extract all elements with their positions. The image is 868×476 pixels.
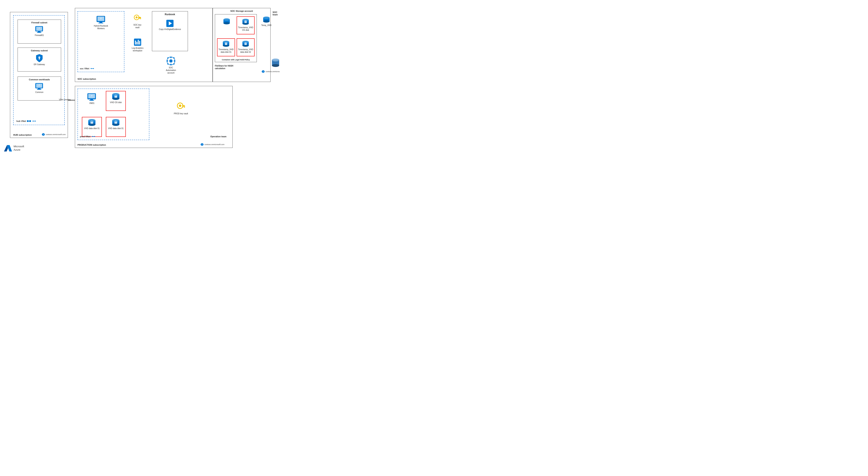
svg-rect-59: [167, 63, 169, 65]
svg-rect-4: [38, 31, 40, 32]
svg-point-40: [135, 17, 137, 19]
common-computer-icon: [35, 83, 44, 90]
svg-marker-25: [32, 120, 33, 122]
prod-key-vault-label: PROD key vault: [174, 112, 188, 115]
diagram-container: Firewall subnet Firewall01: [0, 0, 280, 156]
svg-rect-75: [244, 43, 247, 45]
svg-rect-95: [89, 100, 94, 101]
vhd-os-icon: [112, 93, 120, 100]
svg-point-83: [263, 17, 270, 19]
svg-point-112: [112, 119, 119, 122]
soc-tenant-badge: A contoso.onmicrosoft.com: [261, 70, 280, 73]
svg-point-102: [112, 93, 119, 96]
timestamp-data01-box: Timestamp_VHDdata disk 01: [217, 38, 235, 56]
firewall-subnet-label: Firewall subnet: [31, 21, 47, 24]
hub-tenant-icon: A: [42, 133, 45, 136]
soc-vnet-label: soc VNet: [80, 67, 94, 70]
vnet-peering-label: VNet peering: [59, 98, 70, 101]
svg-rect-55: [166, 60, 168, 62]
svg-point-52: [169, 59, 173, 63]
production-subscription-box: VM01 VHD OS disk: [75, 86, 232, 148]
runbook-icon: [166, 19, 174, 27]
azure-logo-icon: [4, 145, 12, 152]
temp-vhd-label: Temp_VHD: [261, 24, 271, 27]
svg-rect-57: [167, 57, 169, 59]
svg-rect-58: [173, 57, 175, 59]
copy-function-label: Copy-VmDigitalEvidence: [159, 28, 181, 31]
svg-rect-120: [184, 106, 185, 108]
soc-team-storage-icon: [271, 58, 280, 68]
svg-rect-46: [136, 42, 137, 44]
svg-rect-32: [98, 23, 103, 23]
svg-rect-103: [115, 96, 117, 98]
timestamp-data02-box: Timestamp_VHDdata disk 02: [237, 38, 255, 56]
temp-vhd-icon: [262, 16, 270, 23]
hybrid-runbook-label: Hybrid RunbookWorkers: [94, 25, 108, 30]
hub-vnet-icon: [27, 119, 31, 123]
svg-rect-19: [29, 120, 31, 122]
timestamp-data01-label: Timestamp_VHDdata disk 01: [218, 48, 234, 53]
soc-vnet-arrows-icon: [90, 67, 94, 70]
plain-disk-icon: [223, 18, 230, 25]
prod-vnet-arrows-icon: [91, 135, 96, 138]
fileshare-label: FileShare for HASHcalculation: [215, 64, 235, 70]
gateway-subnet-label: Gateway subnet: [31, 49, 48, 52]
soc-vnet-box: Hybrid RunbookWorkers soc VNet: [78, 11, 124, 72]
hub-vnet-box: Firewall subnet Firewall01: [13, 15, 65, 125]
legal-hold-container-box: Container with Legal Hold Policy Timesta…: [215, 14, 257, 62]
svg-marker-37: [93, 68, 94, 69]
soc-key-vault-icon: [133, 14, 142, 23]
timestamp-data01-icon: [222, 40, 230, 48]
prod-key-vault-icon: [177, 102, 185, 112]
svg-rect-5: [37, 32, 41, 33]
operation-team-label: Operation team: [210, 135, 226, 138]
svg-rect-18: [27, 120, 29, 122]
svg-rect-54: [170, 64, 172, 65]
svg-rect-113: [115, 122, 117, 124]
vhd-data01-label: VHD data disk 01: [84, 127, 100, 130]
svg-marker-38: [90, 68, 91, 69]
svg-rect-10: [39, 58, 40, 60]
vhd-os-label: VHD OS disk: [110, 101, 122, 104]
svg-point-64: [242, 19, 249, 21]
timestamp-data02-label: Timestamp_VHDdata disk 02: [238, 48, 253, 53]
svg-rect-14: [37, 89, 41, 90]
svg-rect-45: [135, 40, 136, 44]
svg-marker-116: [92, 136, 93, 137]
azure-branding: Microsoft Azure: [4, 145, 24, 152]
soc-key-vault-item: SOC keyvault: [129, 14, 145, 29]
firewall-computer-icon: [35, 26, 44, 33]
soc-subscription-box: Hybrid RunbookWorkers soc VNet: [75, 8, 213, 82]
svg-rect-47: [138, 40, 139, 44]
common-item-label: Common: [35, 91, 43, 93]
svg-text:A: A: [43, 134, 44, 135]
svg-text:A: A: [263, 71, 264, 72]
soc-automation-icon: [166, 56, 176, 66]
er-gateway-label: ER Gateway: [34, 63, 45, 66]
timestamp-os-icon: [242, 19, 249, 26]
soc-team-label: SOC team: [273, 11, 280, 16]
vm01-item: VM01: [84, 93, 100, 105]
svg-point-78: [223, 22, 230, 24]
svg-rect-48: [139, 41, 140, 44]
soc-storage-label: SOC Storage account: [230, 10, 253, 12]
azure-brand-text: Microsoft Azure: [13, 145, 24, 152]
runbook-box: Runbook Copy-VmDigitalEvidence: [152, 11, 188, 51]
log-analytics-item: Log Analyticsworkspace: [129, 38, 147, 52]
legal-hold-label: Container with Legal Hold Policy: [222, 59, 250, 61]
svg-rect-108: [90, 122, 93, 124]
log-analytics-label: Log Analyticsworkspace: [132, 47, 144, 52]
svg-point-82: [263, 20, 270, 23]
automation-label: SOCAutomationaccount: [166, 66, 176, 74]
vhd-data01-box: VHD data disk 01: [82, 117, 102, 137]
soc-team-storage-item: [268, 58, 280, 68]
timestamp-os-label: Timestamp_VHDOS disk: [238, 26, 253, 31]
svg-rect-60: [173, 63, 175, 65]
svg-rect-13: [38, 88, 40, 89]
vm01-icon: [87, 93, 97, 101]
svg-rect-65: [244, 21, 247, 23]
svg-marker-21: [29, 121, 29, 121]
firewall-item-label: Firewall01: [35, 34, 44, 36]
svg-point-74: [242, 41, 249, 43]
vm01-label: VM01: [89, 102, 94, 105]
